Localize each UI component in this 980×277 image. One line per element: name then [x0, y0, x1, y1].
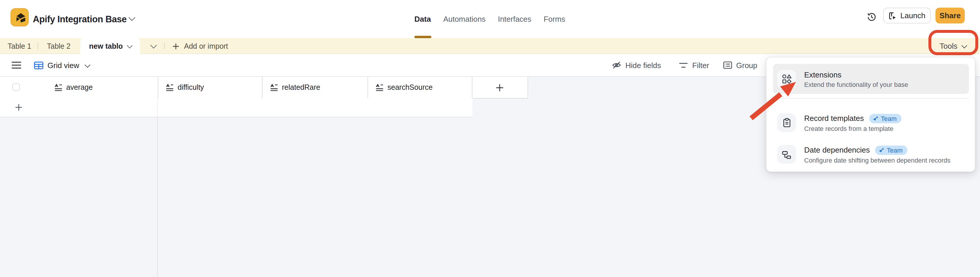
- column-divider: [157, 98, 158, 117]
- add-or-import-button[interactable]: Add or import: [172, 38, 228, 54]
- long-text-field-icon: [166, 83, 173, 91]
- long-text-field-icon: [54, 83, 62, 91]
- add-record-plus-icon[interactable]: [15, 104, 22, 111]
- main-nav: Data Automations Interfaces Forms: [414, 0, 565, 38]
- add-record-row[interactable]: [0, 98, 473, 117]
- team-sparkle-icon: [873, 115, 878, 121]
- menu-item-record-templates[interactable]: Record templates Team Create records fro…: [773, 108, 969, 137]
- nav-tab-automations[interactable]: Automations: [443, 14, 485, 23]
- filter-label: Filter: [692, 61, 709, 70]
- launch-label: Launch: [900, 11, 925, 20]
- menu-item-title: Extensions: [804, 70, 842, 79]
- menu-item-date-dependencies[interactable]: Date dependencies Team Configure date sh…: [773, 140, 969, 169]
- grid-view-chevron-down-icon: [85, 62, 90, 67]
- frozen-column-divider: [157, 117, 158, 277]
- badge-label: Team: [887, 146, 903, 154]
- tools-button[interactable]: Tools: [940, 38, 966, 54]
- dependency-nodes-icon: [782, 150, 791, 159]
- active-tab-label: new tablo: [89, 42, 123, 50]
- table-tabbar: Table 1 Table 2 new tablo Add or import …: [0, 38, 980, 54]
- column-header-searchSource[interactable]: searchSource: [376, 77, 433, 98]
- menu-item-title: Date dependencies: [804, 146, 870, 154]
- column-header-difficulty[interactable]: difficulty: [166, 77, 204, 98]
- launch-button[interactable]: Launch: [883, 8, 931, 24]
- add-column-button[interactable]: [472, 77, 528, 98]
- grid-view-icon: [34, 61, 43, 69]
- column-header-row: average difficulty relatedRare searchSou…: [0, 77, 528, 99]
- tab-new-tablo-active[interactable]: new tablo: [80, 38, 140, 54]
- column-divider: [158, 77, 158, 98]
- history-icon[interactable]: [866, 12, 877, 22]
- tools-label: Tools: [940, 42, 958, 50]
- base-title-chevron-down-icon[interactable]: [129, 14, 135, 21]
- extensions-icon-box: [777, 70, 796, 88]
- menu-item-title: Record templates: [804, 114, 864, 123]
- long-text-field-icon: [270, 83, 278, 91]
- share-label: Share: [940, 11, 961, 20]
- launch-icon: [889, 11, 897, 20]
- column-header-average[interactable]: average: [54, 77, 92, 98]
- app-header: Apify Integration Base Data Automations …: [0, 0, 980, 38]
- add-or-import-label: Add or import: [184, 42, 228, 50]
- team-plan-badge: Team: [869, 114, 902, 123]
- group-label: Group: [736, 61, 757, 70]
- tab-separator-2: [164, 43, 165, 49]
- nav-tab-data[interactable]: Data: [414, 14, 431, 23]
- nav-tab-forms[interactable]: Forms: [544, 14, 565, 23]
- tools-dropdown-menu: Extensions Extend the functionality of y…: [766, 57, 975, 172]
- column-name: searchSource: [387, 83, 433, 91]
- group-button[interactable]: Group: [723, 54, 757, 76]
- column-name: difficulty: [178, 83, 204, 91]
- extensions-shapes-icon: [781, 74, 792, 84]
- column-divider: [368, 77, 368, 98]
- hide-fields-button[interactable]: Hide fields: [612, 54, 661, 76]
- team-sparkle-icon: [878, 147, 885, 153]
- active-nav-underline: [414, 36, 431, 38]
- badge-label: Team: [881, 115, 897, 122]
- hide-fields-label: Hide fields: [625, 61, 661, 70]
- tab-list-chevron-down-icon[interactable]: [150, 42, 157, 49]
- grid-view-label: Grid view: [48, 61, 79, 70]
- view-sidebar-toggle[interactable]: [12, 54, 21, 76]
- share-button[interactable]: Share: [935, 8, 965, 24]
- select-all-checkbox[interactable]: [12, 83, 20, 91]
- plus-icon: [496, 83, 503, 91]
- eye-off-icon: [612, 61, 621, 69]
- menu-divider: [773, 98, 969, 99]
- column-divider: [528, 77, 528, 98]
- column-name: average: [66, 83, 92, 91]
- tab-table-2[interactable]: Table 2: [47, 38, 71, 54]
- column-header-relatedRare[interactable]: relatedRare: [270, 77, 320, 98]
- date-dependencies-icon-box: [777, 145, 796, 164]
- column-name: relatedRare: [282, 83, 320, 91]
- tab-table-1[interactable]: Table 1: [8, 38, 31, 54]
- column-divider: [262, 77, 262, 98]
- tab-chevron-down-icon[interactable]: [127, 43, 132, 48]
- base-logo[interactable]: [11, 8, 29, 26]
- nav-tab-interfaces[interactable]: Interfaces: [498, 14, 531, 23]
- team-plan-badge: Team: [875, 145, 907, 155]
- grid-view-button[interactable]: Grid view: [34, 54, 89, 76]
- menu-item-subtitle: Configure date shifting between dependen…: [804, 156, 950, 163]
- hamburger-icon: [12, 62, 21, 69]
- clipboard-icon: [782, 118, 791, 127]
- tab-separator: [38, 43, 38, 49]
- app-window: Apify Integration Base Data Automations …: [0, 0, 980, 277]
- long-text-field-icon: [376, 83, 383, 91]
- menu-item-extensions[interactable]: Extensions Extend the functionality of y…: [773, 64, 969, 94]
- plus-icon: [172, 43, 179, 50]
- filter-button[interactable]: Filter: [679, 54, 709, 76]
- record-templates-icon-box: [777, 113, 796, 132]
- menu-item-subtitle: Create records from a template: [804, 125, 902, 132]
- apify-logo-icon: [12, 10, 28, 26]
- filter-icon: [679, 62, 688, 68]
- menu-item-subtitle: Extend the functionality of your base: [804, 81, 908, 88]
- group-icon: [723, 61, 732, 69]
- tools-chevron-down-icon: [961, 43, 967, 48]
- base-title[interactable]: Apify Integration Base: [33, 0, 127, 38]
